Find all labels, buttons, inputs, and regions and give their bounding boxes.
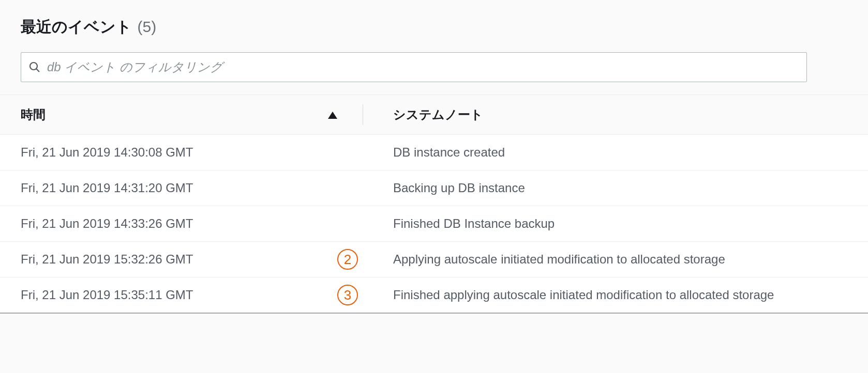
- time-text: Fri, 21 Jun 2019 14:30:08 GMT: [21, 145, 193, 159]
- column-header-time-label: 時間: [21, 107, 46, 121]
- sort-ascending-icon: [328, 107, 337, 122]
- column-header-note-label: システムノート: [393, 107, 483, 121]
- column-divider: [363, 104, 363, 125]
- cell-note: Finished applying autoscale initiated mo…: [372, 277, 868, 314]
- table-row: Fri, 21 Jun 2019 15:32:26 GMT 2 Applying…: [0, 242, 868, 277]
- table-row: Fri, 21 Jun 2019 15:35:11 GMT 3 Finished…: [0, 277, 868, 314]
- cell-note: Backing up DB instance: [372, 170, 868, 206]
- panel-title: 最近のイベント: [21, 18, 132, 35]
- search-icon: [28, 61, 41, 73]
- cell-time: Fri, 21 Jun 2019 15:32:26 GMT 2: [0, 242, 372, 277]
- time-text: Fri, 21 Jun 2019 14:31:20 GMT: [21, 181, 193, 195]
- time-text: Fri, 21 Jun 2019 15:32:26 GMT: [21, 252, 193, 266]
- annotation-badge-icon: 3: [337, 285, 358, 305]
- svg-marker-2: [328, 112, 337, 119]
- cell-note: Applying autoscale initiated modificatio…: [372, 242, 868, 277]
- panel-header: 最近のイベント (5): [0, 0, 868, 52]
- column-header-note[interactable]: システムノート: [372, 95, 868, 135]
- time-text: Fri, 21 Jun 2019 14:33:26 GMT: [21, 216, 193, 230]
- cell-time: Fri, 21 Jun 2019 14:30:08 GMT: [0, 135, 372, 170]
- table-row: Fri, 21 Jun 2019 14:33:26 GMT Finished D…: [0, 206, 868, 242]
- table-body: Fri, 21 Jun 2019 14:30:08 GMT DB instanc…: [0, 135, 868, 314]
- search-input[interactable]: [47, 60, 799, 74]
- panel-count: (5): [137, 18, 156, 35]
- search-container: [0, 52, 868, 95]
- table-row: Fri, 21 Jun 2019 14:31:20 GMT Backing up…: [0, 170, 868, 206]
- recent-events-panel: 最近のイベント (5) 時間 システムノート: [0, 0, 868, 314]
- time-text: Fri, 21 Jun 2019 15:35:11 GMT: [21, 288, 193, 302]
- events-table: 時間 システムノート Fri, 21 Jun 2019 14:30:08 GMT…: [0, 95, 868, 314]
- annotation-badge-icon: 2: [337, 249, 358, 270]
- cell-time: Fri, 21 Jun 2019 15:35:11 GMT 3: [0, 277, 372, 314]
- svg-point-0: [30, 63, 37, 70]
- table-row: Fri, 21 Jun 2019 14:30:08 GMT DB instanc…: [0, 135, 868, 170]
- cell-note: DB instance created: [372, 135, 868, 170]
- cell-time: Fri, 21 Jun 2019 14:33:26 GMT: [0, 206, 372, 242]
- table-header-row: 時間 システムノート: [0, 95, 868, 135]
- cell-note: Finished DB Instance backup: [372, 206, 868, 242]
- search-box[interactable]: [21, 52, 807, 82]
- cell-time: Fri, 21 Jun 2019 14:31:20 GMT: [0, 170, 372, 206]
- svg-line-1: [36, 69, 39, 72]
- column-header-time[interactable]: 時間: [0, 95, 372, 135]
